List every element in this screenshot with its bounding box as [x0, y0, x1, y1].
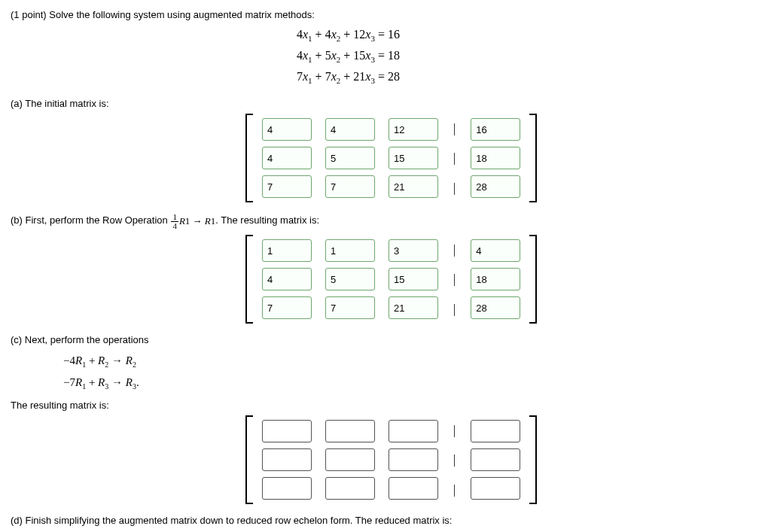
augment-bar: ||| — [446, 415, 463, 504]
matrix-a-cell[interactable] — [389, 147, 438, 169]
system-of-equations: 4x1 + 4x2 + 12x3 = 16 4x1 + 5x2 + 15x3 =… — [297, 25, 760, 87]
part-a-label: (a) The initial matrix is: — [11, 98, 760, 109]
equation-2: 4x1 + 5x2 + 15x3 = 18 — [297, 46, 760, 67]
matrix-c-cell[interactable] — [262, 477, 312, 500]
part-a-matrix: ||| — [244, 114, 760, 202]
matrix-c-cell[interactable] — [389, 448, 438, 471]
part-c-matrix: ||| — [244, 415, 760, 504]
part-c-label: (c) Next, perform the operations — [11, 334, 760, 345]
part-c-operations: −4R1 + R2 → R2 −7R1 + R3 → R3. — [63, 350, 760, 394]
part-d-label: (d) Finish simplifying the augmented mat… — [11, 515, 760, 526]
matrix-c-rhs[interactable] — [471, 448, 520, 471]
matrix-a-cell[interactable] — [325, 118, 375, 141]
part-b-prefix: (b) First, perform the Row Operation — [11, 215, 170, 226]
matrix-b-cell[interactable] — [389, 268, 438, 290]
right-bracket-icon — [528, 114, 538, 202]
augment-bar: ||| — [446, 235, 463, 324]
matrix-a-cell[interactable] — [262, 147, 312, 169]
matrix-c-rhs[interactable] — [471, 420, 520, 442]
row-operation-1: −4R1 + R2 → R2 — [63, 350, 760, 372]
part-b-suffix: . The resulting matrix is: — [215, 215, 319, 226]
matrix-c-cell[interactable] — [325, 448, 375, 471]
matrix-b-cell[interactable] — [325, 296, 375, 319]
matrix-c-cell[interactable] — [262, 448, 312, 471]
matrix-b-cell[interactable] — [389, 239, 438, 262]
part-b-label: (b) First, perform the Row Operation 14R… — [11, 213, 760, 230]
matrix-b-rhs[interactable] — [471, 239, 520, 262]
left-bracket-icon — [244, 235, 254, 324]
augment-bar: ||| — [446, 114, 463, 202]
matrix-a-cell[interactable] — [262, 175, 312, 198]
matrix-c-cell[interactable] — [389, 420, 438, 442]
part-b-operation: 14R1 → R1 — [170, 215, 215, 226]
matrix-a-cell[interactable] — [325, 147, 375, 169]
equation-1: 4x1 + 4x2 + 12x3 = 16 — [297, 25, 760, 46]
matrix-b-cell[interactable] — [262, 296, 312, 319]
matrix-c-cell[interactable] — [325, 420, 375, 442]
matrix-b-rhs[interactable] — [471, 296, 520, 319]
matrix-a-rhs[interactable] — [471, 118, 520, 141]
matrix-a-cell[interactable] — [325, 175, 375, 198]
row-operation-2: −7R1 + R3 → R3. — [63, 372, 760, 394]
matrix-a-rhs[interactable] — [471, 147, 520, 169]
equation-3: 7x1 + 7x2 + 21x3 = 28 — [297, 67, 760, 88]
question-container: (1 point) Solve the following system usi… — [0, 0, 771, 532]
left-bracket-icon — [244, 114, 254, 202]
part-b-matrix: ||| — [244, 235, 760, 324]
matrix-a-rhs[interactable] — [471, 175, 520, 198]
matrix-c-rhs[interactable] — [471, 477, 520, 500]
matrix-b-cell[interactable] — [262, 268, 312, 290]
right-bracket-icon — [528, 235, 538, 324]
part-c-result-label: The resulting matrix is: — [11, 400, 760, 411]
left-bracket-icon — [244, 415, 254, 504]
right-bracket-icon — [528, 415, 538, 504]
question-prompt: (1 point) Solve the following system usi… — [11, 9, 760, 20]
matrix-b-cell[interactable] — [325, 268, 375, 290]
matrix-c-cell[interactable] — [262, 420, 312, 442]
matrix-a-cell[interactable] — [389, 118, 438, 141]
matrix-b-cell[interactable] — [262, 239, 312, 262]
matrix-c-cell[interactable] — [389, 477, 438, 500]
matrix-a-cell[interactable] — [262, 118, 312, 141]
matrix-c-cell[interactable] — [325, 477, 375, 500]
matrix-b-rhs[interactable] — [471, 268, 520, 290]
matrix-b-cell[interactable] — [389, 296, 438, 319]
matrix-a-cell[interactable] — [389, 175, 438, 198]
matrix-b-cell[interactable] — [325, 239, 375, 262]
